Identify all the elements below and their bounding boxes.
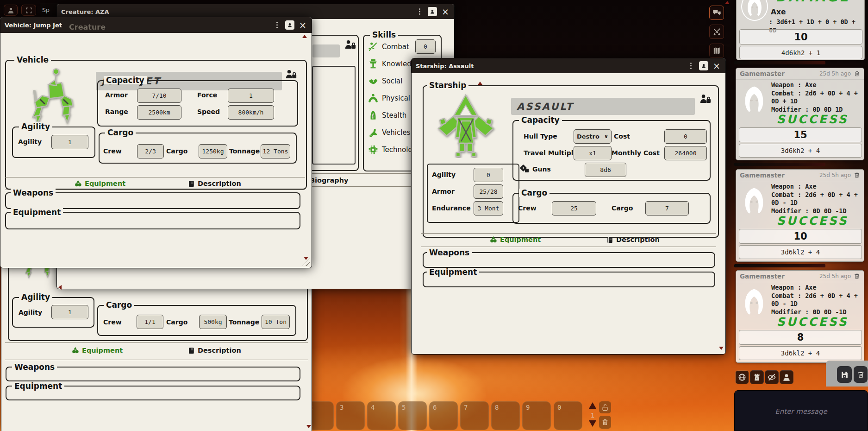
guns-input[interactable]: 8d6 [585, 163, 626, 177]
roll-mode-self-button[interactable] [780, 370, 793, 384]
permissions-icon[interactable] [344, 40, 356, 49]
window-menu-button[interactable] [686, 61, 695, 70]
crew-input[interactable]: 2/3 [137, 144, 164, 158]
cost-input[interactable]: 0 [664, 129, 707, 144]
chat-separator [734, 264, 825, 267]
hotbar-slot[interactable]: 7 [460, 401, 489, 430]
crew-input[interactable]: 25 [552, 201, 596, 216]
window-menu-button[interactable] [415, 7, 424, 16]
agility-input[interactable]: 0 [474, 168, 503, 182]
chat-message-damage[interactable]: DAMAGE Axe : 3d6+1 + 1D + 0 + 0D + 0D 10… [736, 0, 865, 60]
cargo-label: Cargo [166, 147, 187, 155]
jumpjet-cargo-legend: Cargo [105, 128, 136, 137]
sheet-toggle-button[interactable] [428, 7, 437, 16]
roll-formula[interactable]: 4d6kh2 + 1 [739, 46, 862, 59]
roll-total[interactable]: 8 [739, 330, 862, 345]
chat-message[interactable]: Gamemaster 25d 5h ago Weapon : Axe Comba… [736, 68, 864, 160]
roll-total[interactable]: 10 [739, 229, 862, 244]
monthly-cost-input[interactable]: 264000 [664, 146, 707, 160]
hotbar-trash-button[interactable] [599, 416, 611, 429]
jumpjet-agility-legend: Agility [19, 122, 52, 131]
skill-social[interactable]: Social [368, 76, 402, 87]
clear-log-button[interactable] [854, 366, 868, 383]
delete-message-icon[interactable] [854, 70, 860, 77]
close-button[interactable]: × [441, 7, 450, 16]
force-input[interactable]: 1 [228, 89, 274, 103]
starship-window-titlebar[interactable]: Starship: Assault × [412, 58, 725, 73]
skill-vehicles[interactable]: Vehicles [368, 127, 410, 138]
scene-nav-tab[interactable]: Sp [40, 3, 58, 17]
starship-tab-description[interactable]: Description [606, 236, 660, 243]
skill-physical[interactable]: Physical [368, 93, 410, 104]
chat-tab-button[interactable] [709, 6, 724, 20]
skill-combat[interactable]: Combat [368, 41, 409, 52]
creature-tab-biography[interactable]: Biography [310, 177, 348, 184]
armor-input[interactable]: 7/10 [137, 89, 181, 103]
hotbar-slot[interactable]: 4 [367, 401, 396, 430]
armor-input[interactable]: 25/28 [474, 184, 503, 199]
select-tool-button[interactable] [21, 5, 36, 16]
agility-input[interactable]: 1 [51, 135, 88, 149]
chat-message-input[interactable] [734, 390, 868, 431]
hotbar-slot[interactable]: 0 [554, 401, 582, 430]
chat-message[interactable]: Gamemaster 25d 5h ago Weapon : Axe Comba… [736, 169, 864, 262]
hotbar-slot[interactable]: 6 [429, 401, 458, 430]
hull-type-select[interactable]: Destro∨ [574, 129, 612, 144]
hotbar-slot[interactable]: 8 [491, 401, 520, 430]
tonnage-input[interactable]: 12 Tons [261, 144, 290, 158]
delete-message-icon[interactable] [854, 273, 860, 279]
gamemaster-avatar [742, 85, 766, 114]
vehicle2-agility-input[interactable]: 1 [51, 305, 88, 319]
export-log-button[interactable] [837, 366, 852, 383]
hotbar-lock-button[interactable] [599, 401, 611, 413]
hotbar-page-down[interactable] [589, 420, 596, 427]
jumpjet-window-titlebar[interactable]: Vehicle: Jump Jet × [0, 17, 312, 33]
starship-name-field[interactable]: ASSAULT [511, 98, 695, 115]
permissions-icon[interactable] [285, 70, 297, 79]
hotbar-slot[interactable]: 3 [336, 401, 365, 430]
endurance-input[interactable]: 3 Mont [474, 201, 503, 216]
hotbar-slot[interactable]: 5 [398, 401, 427, 430]
scenes-tab-button[interactable] [709, 44, 724, 58]
hotbar-slot[interactable]: 9 [522, 401, 551, 430]
range-input[interactable]: 2500km [137, 105, 181, 120]
vehicle2-tab-description[interactable]: Description [188, 347, 241, 354]
token-tool-button[interactable] [4, 5, 18, 16]
creature-name-field[interactable] [312, 44, 340, 57]
cargo-input[interactable]: 7 [645, 201, 689, 216]
vehicle2-cargo-input[interactable]: 500kg [199, 315, 227, 329]
speed-input[interactable]: 800km/h [228, 105, 274, 120]
cargo-input[interactable]: 1250kg [199, 144, 227, 158]
window-menu-button[interactable] [272, 20, 281, 30]
roll-mode-blind-button[interactable] [765, 370, 779, 384]
roll-formula[interactable]: 3d6kh2 + 4 [739, 144, 862, 158]
travel-multiplier-input[interactable]: x1 [574, 146, 612, 160]
vehicle2-tonnage-input[interactable]: 10 Ton [262, 315, 290, 329]
dice-tower-button[interactable] [750, 370, 764, 384]
starship-tab-equipment[interactable]: Equipment [490, 236, 541, 243]
jumpjet-tab-description[interactable]: Description [188, 180, 241, 187]
creature-portrait-frame[interactable] [312, 66, 356, 165]
vehicle2-tab-equipment[interactable]: Equipment [72, 347, 123, 354]
jumpjet-tab-equipment[interactable]: Equipment [75, 180, 125, 187]
roll-mode-public-button[interactable] [735, 370, 749, 384]
hotbar-page-up[interactable] [589, 402, 596, 409]
sheet-toggle-button[interactable] [285, 20, 294, 30]
close-button[interactable]: × [712, 61, 721, 70]
chat-message[interactable]: Gamemaster 25d 5h ago Weapon : Axe Comba… [736, 270, 864, 363]
roll-formula[interactable]: 3d6kl2 + 4 [739, 245, 862, 259]
jumpjet-mech-icon [28, 66, 79, 131]
roll-total[interactable]: 15 [739, 127, 862, 142]
close-button[interactable]: × [298, 20, 307, 30]
sheet-toggle-button[interactable] [699, 61, 708, 70]
starship-cargo-legend: Cargo [519, 189, 550, 197]
divider [421, 247, 716, 247]
roll-total[interactable]: 10 [739, 29, 862, 44]
combat-tab-button[interactable] [709, 25, 724, 39]
delete-message-icon[interactable] [854, 172, 860, 178]
roll-formula[interactable]: 3d6kl2 + 4 [739, 346, 862, 360]
skill-combat-value[interactable]: 0 [415, 39, 436, 54]
vehicle2-crew-input[interactable]: 1/1 [137, 315, 163, 329]
permissions-icon[interactable] [699, 94, 712, 103]
skill-stealth[interactable]: Stealth [368, 110, 406, 121]
